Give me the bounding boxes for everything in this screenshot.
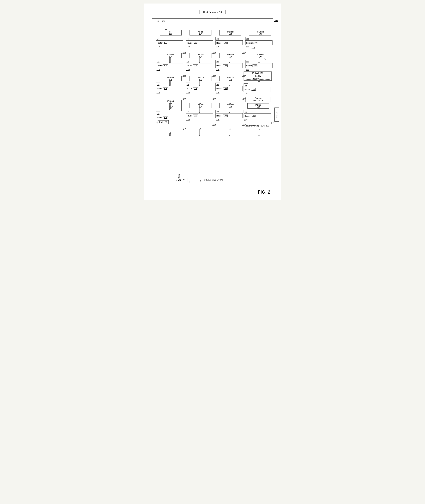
cell-3-3: On-chipMemory 114 IP Block104 106 Router… [244,97,272,123]
router-3-1: Router 108 [186,113,213,118]
cell-1-0: IP Block104 106 Router 108 110 [156,53,183,71]
ni-0-3: 106 [245,37,250,41]
cell-1-3: IP Block104 106 Router 108 110 [245,53,272,71]
router-2-1: Router 108 [186,86,213,91]
ni-1-1: 106 [186,60,190,64]
ip-block-2-0: IP Block104 [160,76,182,81]
cell-1-1: IP Block104 106 Router 108 110 [186,53,213,71]
router-0-3: Router 108 [245,41,272,45]
ip-block-1-3: IP Block104 [249,53,271,58]
port-130-box: Port 130 [156,20,167,23]
router-3-3: Router 108 [244,114,271,118]
ni-1-2: 106 [215,60,220,64]
router-0-0: Router 108 [156,41,183,45]
ip-block-0-2: IP Block104 [219,30,241,35]
ref-118: 118 [252,47,255,49]
ref-100: 100 [274,19,278,22]
ni-2-1: 106 [186,82,190,86]
port-126-box: Port 126 [274,108,279,122]
ni-0-1: 106 [186,37,190,41]
cell-3-0: IP Block104 MMU120 106 Router 108 110 [156,100,183,123]
router-num-2-0: 110 [157,91,160,94]
router-num-0-2: 110 [216,46,219,48]
router-2-0: Router 108 [156,86,183,91]
ni-3-1: 106 [186,110,190,114]
ni-2-0: 106 [156,82,160,86]
host-arrow-svg [149,9,276,18]
router-num-2-3: 110 [244,92,247,94]
ip-block-0-3: IP Block104 [249,30,271,35]
router-1-1: Router 108 [186,63,213,68]
router-num-0-1: 110 [186,46,190,48]
router-1-3: Router 108 [245,63,272,68]
router-3-0: Router 108 [156,115,183,120]
ip-block-1-2: IP Block104 [219,53,241,58]
router-num-1-0: 110 [157,68,160,71]
router-num-1-3: 110 [246,68,249,71]
router-num-3-3: 110 [244,119,247,121]
ip-block-2-1: IP Block104 [190,76,212,81]
fig-label: FIG. 2 [149,189,276,195]
router-num-2-1: 110 [186,91,190,94]
router-num-0-0: 110 [157,46,160,48]
router-0-2: Router 108 [215,41,243,45]
router-num-2-2: 110 [216,91,219,94]
router-1-0: Router 108 [156,63,183,68]
cell-2-3: IP Block 104 On-chipMemory 116 106 Route… [244,71,272,94]
ip-block-3-0-outer: IP Block104 MMU120 [160,100,182,111]
ni-3-2: 106 [215,110,220,114]
router-num-3-2: 110 [216,119,219,121]
router-2-2: Router 108 [215,86,243,91]
router-1-2: Router 108 [215,63,243,68]
cell-1-2: IP Block104 106 Router 108 110 [215,53,243,71]
ni-0-2: 106 [215,37,220,41]
cell-2-2: IP Block104 106 Router 108 110 [215,76,243,94]
cell-0-2: IP Block104 106 Router 108 110 [215,30,243,49]
router-0-1: Router 108 [186,41,213,45]
ip-block-3-2: IP Block104 [219,103,241,108]
ni-2-2: 106 [215,82,220,86]
cell-2-1: IP Block104 106 Router 108 110 [186,76,213,94]
ni-3-0: 106 [156,112,160,116]
router-num-3-1: 110 [186,119,190,121]
ip-block-2-3-outer: IP Block 104 On-chipMemory 116 [244,71,272,81]
noc-label: Network On Chip (NOC) 102 [245,125,269,127]
noc-container: Port 130 HiP128 [152,18,273,173]
ip-block-3-1: IP Block104 [190,103,212,108]
cell-3-2: IP Block104 106 Router 108 110 [215,103,243,122]
router-3-2: Router 108 [215,113,243,118]
cell-0-0: HiP128 106 Router 108 110 [156,30,183,49]
ip-block-2-2: IP Block104 [219,76,241,81]
ni-3-3: 106 [244,110,248,114]
ip-block-3-3-outer: IP Block104 [247,103,269,109]
mmu-122-box: MMU 122 [173,178,188,182]
offchip-memory-box: Off-chip Memory 112 [201,178,226,182]
cell-0-1: IP Block104 106 Router 108 110 [186,30,213,49]
ip-block-1-1: IP Block104 [190,53,212,58]
port-124-box: Port 124 [158,120,169,124]
ip-block-0-1: IP Block104 [190,30,212,35]
on-chip-memory-114: On-chipMemory 114 [245,97,271,102]
ni-0-0: 106 [156,37,160,41]
ip-block-hip: HiP128 [160,30,182,35]
router-num-1-2: 110 [216,68,219,71]
ni-1-0: 106 [156,60,160,64]
router-num-0-3: 110 [246,46,249,48]
ni-2-3: 106 [244,83,248,87]
router-num-1-1: 110 [186,68,190,71]
ni-1-3: 106 [245,60,250,64]
page: Host Computer 10 100 Port 130 [144,4,281,200]
router-2-3: Router 108 [244,87,271,92]
ip-block-1-0: IP Block104 [160,53,182,58]
cell-2-0: IP Block104 106 Router 108 110 [156,76,183,94]
cell-3-1: IP Block104 106 Router 108 110 [186,103,213,122]
cell-0-3: IP Block104 106 Router 108 110 [245,30,272,49]
